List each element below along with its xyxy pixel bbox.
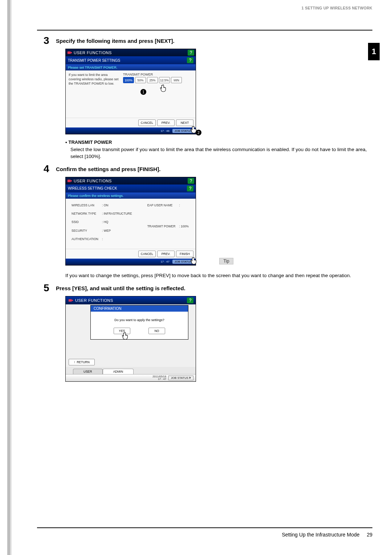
step3-title: Specify the following items and press [N… [56, 36, 175, 44]
pointer-hand-icon [190, 257, 198, 267]
screenshot-confirmation: USER FUNCTIONS ? CONFIRMATION Do you wan… [65, 296, 196, 382]
titlebar-text: USER FUNCTIONS [74, 179, 188, 183]
finish-button[interactable]: FINISH [176, 251, 193, 257]
cancel-button[interactable]: CANCEL [138, 251, 156, 257]
tp-option-25[interactable]: 25% [147, 77, 158, 83]
instruction-text: Please confirm the wireless settings. [66, 193, 196, 199]
return-button[interactable]: ↑ RETURN [69, 359, 95, 365]
tip-label: Tip [219, 258, 233, 264]
pointer-hand-icon: 2 [190, 126, 198, 135]
footer-title: Setting Up the Infrastructure Mode [282, 532, 360, 538]
job-status-button[interactable]: JOB STATUS [168, 376, 193, 380]
device-icon [67, 50, 72, 55]
svg-rect-2 [68, 179, 71, 182]
prev-button[interactable]: PREV. [157, 119, 175, 126]
help-icon[interactable]: ? [187, 297, 193, 303]
status-datetime: 2011/05/18 17 : 47 [152, 375, 166, 381]
footer-rule [37, 527, 372, 528]
yes-button[interactable]: YES [114, 328, 130, 334]
tab-user[interactable]: USER [73, 369, 103, 374]
tip-text: If you want to change the settings, pres… [65, 272, 372, 279]
device-icon [68, 298, 74, 303]
chevron-right-icon [189, 377, 191, 379]
subtitle-text: TRANSMIT POWER SETTINGS [68, 58, 120, 62]
tab-admin[interactable]: ADMIN [103, 369, 134, 374]
screenshot-wireless-check: USER FUNCTIONS ? WIRELESS SETTING CHECK … [65, 177, 196, 266]
transmit-power-label: TRANSMIT POWER [123, 73, 193, 76]
settings-left-column: WIRELESS LAN: ON NETWORK TYPE: INFRASTRU… [69, 202, 134, 245]
help-icon[interactable]: ? [188, 178, 194, 184]
prev-button[interactable]: PREV. [157, 251, 175, 257]
dialog-message: Do you want to apply the settings? [94, 318, 185, 322]
subtitle-text: WIRELESS SETTING CHECK [68, 186, 117, 190]
pointer-hand-icon [121, 332, 129, 341]
header-section: 1 SETTING UP WIRELESS NETWORK [302, 6, 372, 10]
up-arrow-icon: ↑ [74, 360, 75, 364]
device-icon [67, 178, 72, 183]
titlebar-text: USER FUNCTIONS [75, 298, 187, 303]
step4-number: 4 [44, 164, 56, 174]
confirmation-dialog: CONFIRMATION Do you want to apply the se… [90, 305, 188, 340]
no-button[interactable]: NO [148, 328, 165, 334]
cancel-button[interactable]: CANCEL [138, 119, 156, 126]
dialog-title: CONFIRMATION [91, 305, 188, 312]
footer: Setting Up the Infrastructure Mode 29 [282, 532, 372, 538]
titlebar-text: USER FUNCTIONS [74, 50, 188, 55]
tp-option-50[interactable]: 50% [135, 77, 146, 83]
svg-rect-4 [69, 299, 72, 301]
status-time: 17 : 47 [159, 260, 171, 263]
svg-rect-0 [68, 52, 71, 54]
tp-option-12-5[interactable]: 12.5% [159, 77, 170, 83]
step5-title: Press [YES], and wait until the setting … [56, 283, 185, 291]
svg-rect-1 [71, 52, 72, 53]
header-rule [37, 30, 372, 31]
callout-badge-2: 2 [196, 130, 201, 135]
help-icon[interactable]: ? [187, 186, 193, 191]
page-number: 29 [367, 532, 372, 538]
svg-rect-5 [72, 300, 73, 301]
screenshot-transmit-power: USER FUNCTIONS ? TRANSMIT POWER SETTINGS… [65, 49, 196, 134]
tp-option-100[interactable]: 100% [123, 77, 134, 83]
next-button[interactable]: NEXT [176, 119, 193, 126]
pointer-hand-icon: 1 [134, 85, 193, 94]
step5-number: 5 [44, 283, 56, 293]
callout-badge-1: 1 [140, 89, 146, 95]
help-icon[interactable]: ? [187, 57, 193, 63]
bullet-title: TRANSMIT POWER [68, 139, 112, 145]
svg-rect-3 [71, 180, 72, 182]
settings-right-column: EAP USER NAME: TRANSMIT POWER: 100% [145, 202, 191, 245]
body-note: If you want to limit the area covering w… [69, 73, 123, 116]
status-time: 17 : 46 [159, 129, 171, 133]
tp-option-min[interactable]: MIN [171, 77, 182, 83]
instruction-text: Please set TRANSMIT POWER. [66, 64, 196, 70]
bullet-description: Select the low transmit power if you wan… [65, 146, 372, 160]
help-icon[interactable]: ? [188, 50, 194, 56]
step4-title: Confirm the settings and press [FINISH]. [56, 164, 160, 172]
step3-number: 3 [44, 36, 56, 46]
